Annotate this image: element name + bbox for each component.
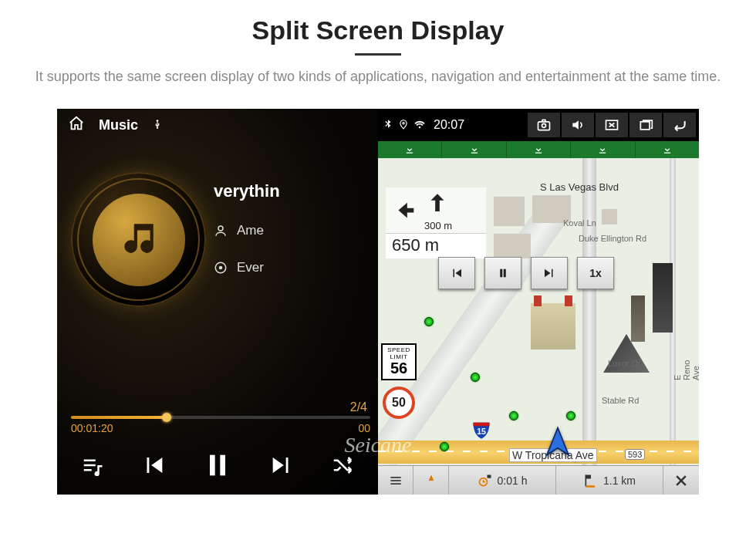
svg-rect-20 (487, 474, 491, 478)
speed-limit-value: 56 (383, 360, 415, 376)
download-bar (378, 141, 699, 158)
speed-limit-sign: SPEED LIMIT 56 (381, 343, 417, 380)
svg-rect-7 (220, 455, 225, 476)
nav-panel: 20:07 (378, 109, 699, 495)
turn-distance: 650 m (386, 233, 486, 258)
traffic-light-icon (566, 411, 575, 420)
map-building (653, 263, 673, 333)
download-indicator (635, 141, 699, 158)
close-window-button[interactable] (596, 113, 628, 137)
page-title: Split Screen Display (31, 15, 725, 46)
track-artist: Ame (237, 223, 264, 238)
home-icon[interactable] (68, 115, 85, 135)
nav-orientation-button[interactable] (413, 466, 449, 495)
track-album: Ever (237, 260, 264, 275)
seek-bar[interactable] (71, 416, 370, 419)
interstate-shield-icon: 15 (471, 419, 492, 441)
clock: 20:07 (434, 118, 464, 132)
svg-point-10 (542, 123, 546, 127)
location-icon (398, 119, 409, 132)
map-building (631, 295, 645, 342)
svg-point-8 (403, 122, 404, 123)
map-canvas[interactable]: S Las Vegas Blvd Koval Ln Duke Ellington… (378, 141, 699, 495)
street-label: Stable Rd (602, 396, 639, 405)
traffic-light-icon (471, 373, 480, 382)
album-art (71, 172, 206, 307)
traffic-light-icon (424, 317, 434, 326)
street-label: S Las Vegas Blvd (540, 181, 619, 193)
svg-text:15: 15 (477, 427, 486, 436)
sim-prev-button[interactable] (438, 257, 475, 289)
clock-flag-icon (478, 473, 493, 488)
street-label: E Reno Ave (673, 354, 699, 380)
speed-limit-label: SPEED (383, 346, 415, 353)
wifi-icon (413, 118, 426, 133)
statusbar-right: 20:07 (378, 109, 699, 141)
map-building-excalibur (531, 303, 575, 349)
svg-rect-6 (210, 455, 215, 476)
nav-menu-button[interactable] (378, 466, 413, 495)
nav-distance-value: 1.1 km (603, 474, 636, 487)
pause-button[interactable] (202, 450, 233, 481)
back-button[interactable] (663, 113, 696, 137)
street-label: Koval Ln (563, 218, 596, 228)
sim-controls: 1x (438, 257, 614, 289)
music-panel: Music verythin Ame (57, 109, 378, 495)
svg-rect-14 (504, 269, 506, 278)
turn-left-icon (392, 198, 418, 225)
nav-eta-value: 0:01 h (498, 474, 528, 487)
playlist-button[interactable] (81, 454, 104, 477)
music-controls (57, 439, 378, 495)
track-artist-row: Ame (214, 223, 378, 238)
device-screenshot: Music verythin Ame (57, 109, 699, 495)
download-indicator (506, 141, 570, 158)
track-album-row: Ever (214, 260, 378, 275)
recents-button[interactable] (629, 113, 662, 137)
nav-distance[interactable]: 1.1 km (556, 466, 663, 495)
svg-rect-18 (390, 483, 400, 485)
svg-point-2 (157, 127, 158, 128)
volume-button[interactable] (562, 113, 594, 137)
page-subtitle: It supports the same screen display of t… (31, 66, 725, 87)
map-building (602, 209, 617, 225)
svg-rect-13 (500, 269, 502, 278)
route-shield: 593 (625, 449, 645, 460)
bluetooth-icon (383, 119, 393, 132)
svg-point-3 (218, 226, 223, 231)
disc-icon (214, 261, 228, 275)
statusbar-left: Music (57, 109, 378, 141)
current-speed: 50 (383, 387, 415, 419)
sim-next-button[interactable] (531, 257, 568, 289)
track-counter: 2/4 (71, 400, 370, 414)
title-underline (355, 53, 401, 56)
download-indicator (378, 141, 441, 158)
svg-point-5 (220, 267, 222, 269)
svg-rect-17 (390, 480, 400, 481)
usb-icon (152, 119, 163, 132)
sim-speed-button[interactable]: 1x (577, 257, 614, 289)
turn-hud: 300 m 650 m (386, 187, 486, 258)
next-track-button[interactable] (268, 452, 295, 478)
person-icon (214, 224, 228, 238)
svg-rect-21 (586, 474, 591, 478)
next-turn-distance: 300 m (424, 220, 452, 231)
time-elapsed: 00:01:20 (71, 422, 113, 434)
time-total: 00 (358, 422, 370, 434)
screenshot-button[interactable] (528, 113, 560, 137)
app-label: Music (99, 117, 138, 133)
traffic-light-icon (440, 442, 449, 451)
map-building (494, 197, 525, 226)
nav-eta[interactable]: 0:01 h (449, 466, 556, 495)
nav-close-button[interactable] (663, 466, 699, 495)
prev-track-button[interactable] (140, 452, 167, 478)
traffic-light-icon (509, 411, 518, 420)
vehicle-cursor-icon (542, 425, 574, 461)
svg-rect-9 (538, 122, 550, 130)
street-label: Luxor Dr (608, 359, 640, 368)
sim-pause-button[interactable] (484, 257, 521, 289)
track-title: verythin (214, 181, 378, 201)
nav-bottombar: 0:01 h 1.1 km (378, 465, 699, 495)
shuffle-button[interactable] (331, 454, 354, 477)
map-building (494, 234, 531, 258)
turn-up-icon (424, 191, 451, 217)
